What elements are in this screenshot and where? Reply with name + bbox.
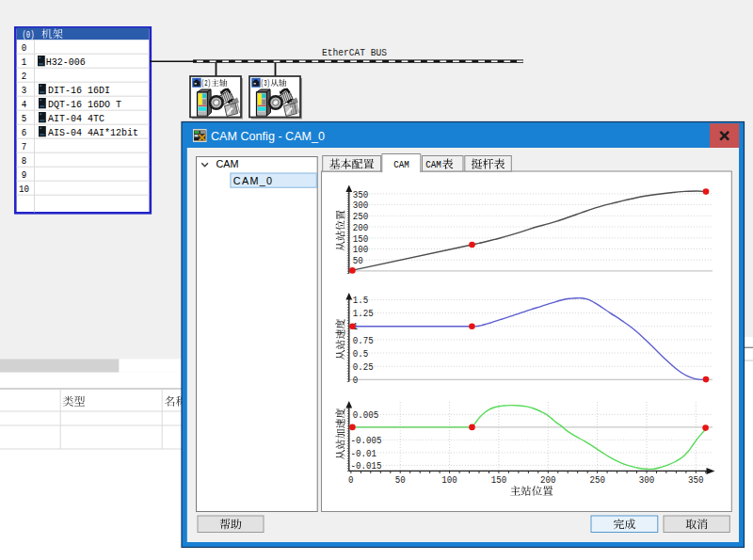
svg-text:3: 3 — [22, 86, 27, 96]
svg-text:7: 7 — [22, 142, 27, 152]
svg-text:0.75: 0.75 — [353, 335, 374, 346]
svg-text:50: 50 — [353, 255, 363, 266]
svg-text:(2): (2) — [201, 79, 211, 88]
svg-text:(3): (3) — [261, 79, 270, 88]
svg-text:DQT-16 16DO T: DQT-16 16DO T — [48, 99, 121, 110]
svg-text:350: 350 — [688, 474, 704, 486]
svg-text:50: 50 — [395, 474, 406, 486]
svg-text:0.25: 0.25 — [353, 361, 374, 373]
svg-text:-0.005: -0.005 — [351, 435, 382, 446]
svg-text:100: 100 — [353, 244, 369, 255]
svg-text:2: 2 — [22, 72, 27, 82]
svg-text:150: 150 — [491, 474, 507, 486]
svg-text:150: 150 — [353, 233, 369, 245]
svg-text:CAM: CAM — [425, 159, 441, 170]
svg-text:250: 250 — [589, 474, 605, 486]
svg-text:DIT-16 16DI: DIT-16 16DI — [48, 85, 110, 96]
svg-text:CAM Config - CAM_0: CAM Config - CAM_0 — [211, 130, 325, 143]
svg-text:100: 100 — [441, 474, 457, 486]
svg-text:300: 300 — [639, 474, 655, 486]
svg-text:200: 200 — [353, 222, 369, 233]
svg-text:0.5: 0.5 — [353, 348, 369, 360]
svg-text:H32-006: H32-006 — [46, 56, 86, 68]
svg-text:10: 10 — [19, 184, 29, 195]
svg-text:AIT-04 4TC: AIT-04 4TC — [48, 113, 104, 124]
svg-text:-0.01: -0.01 — [351, 448, 377, 459]
svg-text:(0): (0) — [23, 30, 35, 40]
svg-text:5: 5 — [22, 114, 27, 124]
svg-text:EtherCAT BUS: EtherCAT BUS — [322, 48, 387, 58]
svg-text:-0.015: -0.015 — [351, 460, 382, 472]
svg-text:1.5: 1.5 — [353, 295, 369, 306]
svg-text:8: 8 — [22, 156, 27, 167]
svg-text:350: 350 — [353, 189, 369, 200]
svg-text:200: 200 — [540, 474, 556, 486]
svg-text:9: 9 — [22, 170, 27, 181]
svg-text:0: 0 — [348, 474, 354, 486]
svg-text:6: 6 — [22, 128, 27, 138]
svg-text:AIS-04 4AI*12bit: AIS-04 4AI*12bit — [48, 127, 138, 138]
svg-text:1.25: 1.25 — [353, 308, 374, 319]
svg-text:CAM: CAM — [393, 159, 409, 170]
svg-text:0: 0 — [22, 43, 27, 54]
svg-text:4: 4 — [22, 100, 27, 110]
svg-text:0: 0 — [353, 375, 359, 386]
svg-text:CAM_0: CAM_0 — [233, 175, 274, 186]
svg-text:300: 300 — [353, 200, 369, 211]
svg-text:CAM: CAM — [216, 158, 239, 169]
svg-text:1: 1 — [22, 57, 27, 68]
svg-text:250: 250 — [353, 211, 369, 222]
svg-text:0.005: 0.005 — [353, 409, 379, 421]
